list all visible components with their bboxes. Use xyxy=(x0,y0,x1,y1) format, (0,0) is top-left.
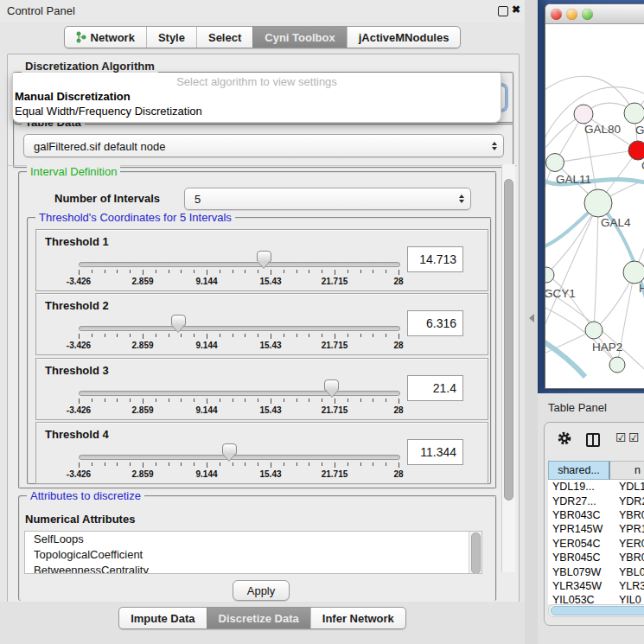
table-rows: YDL19...YDL1 YDR27...YDR2 YBR043CYBR0 YP… xyxy=(548,480,644,604)
control-panel: Control Panel ✖ Network Style Select Cyn… xyxy=(0,0,525,644)
threshold-4-slider-thumb[interactable] xyxy=(222,443,237,455)
panel-scrollbar[interactable] xyxy=(501,164,515,572)
node-hap2[interactable] xyxy=(585,322,603,339)
divider-collapse-icon[interactable] xyxy=(529,314,534,322)
table-row[interactable]: YBR045CYBR0 xyxy=(548,551,644,564)
tab-select[interactable]: Select xyxy=(196,27,252,48)
mac-minimize-icon[interactable] xyxy=(566,9,577,20)
algorithm-dropdown-popup: Select algorithm to view settings Manual… xyxy=(12,73,501,123)
threshold-2-ticks: -3.4262.8599.14415.4321.71528 xyxy=(79,334,399,353)
list-scrollbar-thumb[interactable] xyxy=(471,532,481,574)
network-canvas[interactable]: GAL80 G C GAL11 GAL4 GCY1 H HAP2 xyxy=(545,24,644,387)
table-row[interactable]: YBR043CYBR0 xyxy=(548,508,644,522)
column-header-shared-name[interactable]: shared... xyxy=(548,461,610,480)
interval-definition-title: Interval Definition xyxy=(27,165,120,178)
list-item[interactable]: BetweennessCentrality xyxy=(25,563,481,574)
node-bottom[interactable] xyxy=(609,357,625,373)
table-row[interactable]: YIL053CYIL0 xyxy=(548,593,644,604)
control-panel-tabs: Network Style Select Cyni Toolbox jActiv… xyxy=(0,26,525,48)
tab-cyni-toolbox-label: Cyni Toolbox xyxy=(265,31,335,44)
apply-button[interactable]: Apply xyxy=(233,580,290,601)
threshold-3-value-field[interactable]: 21.4 xyxy=(407,375,463,401)
threshold-3-card: Threshold 3 -3.4262.8599.14415.4321.7152… xyxy=(35,358,488,420)
table-horizontal-scrollbar[interactable] xyxy=(548,604,644,617)
discretization-algorithm-title: Discretization Algorithm xyxy=(22,60,158,73)
threshold-1-slider-thumb[interactable] xyxy=(257,251,271,262)
node-table: shared... n YDL19...YDL1 YDR27...YDR2 YB… xyxy=(548,461,644,604)
node-gal4[interactable] xyxy=(584,189,612,217)
node-gal11[interactable] xyxy=(546,154,564,172)
cyni-bottom-tabs: Impute Data Discretize Data Infer Networ… xyxy=(0,607,525,629)
panel-scrollbar-thumb[interactable] xyxy=(504,179,513,501)
node-gal80[interactable] xyxy=(574,105,593,124)
threshold-2-card: Threshold 2 -3.4262.8599.14415.4321.7152… xyxy=(35,293,488,355)
tab-infer-network[interactable]: Infer Network xyxy=(310,608,405,628)
dropdown-option-manual[interactable]: Manual Discretization xyxy=(15,90,131,103)
label-gal11: GAL11 xyxy=(556,173,591,186)
label-g: G xyxy=(635,124,644,137)
tab-style[interactable]: Style xyxy=(146,27,196,48)
combo-stepper-icon xyxy=(492,142,497,150)
network-view-window[interactable]: GAL80 G C GAL11 GAL4 GCY1 H HAP2 xyxy=(545,3,644,389)
node-h[interactable] xyxy=(623,261,644,284)
tab-jactivemnodules[interactable]: jActiveMNodules xyxy=(347,27,461,48)
combo-stepper-icon xyxy=(459,194,464,203)
table-row[interactable]: YER054CYER0 xyxy=(548,537,644,551)
close-icon[interactable]: ✖ xyxy=(512,3,520,16)
tab-discretize-data[interactable]: Discretize Data xyxy=(207,608,310,628)
label-gal4: GAL4 xyxy=(601,216,631,229)
numerical-attributes-list[interactable]: SelfLoops TopologicalCoefficient Between… xyxy=(24,531,482,574)
split-columns-icon[interactable] xyxy=(586,433,600,447)
list-item[interactable]: SelfLoops xyxy=(25,532,481,547)
list-item[interactable]: TopologicalCoefficient xyxy=(25,547,481,563)
table-row[interactable]: YDL19...YDL1 xyxy=(548,480,644,494)
table-row[interactable]: YDR27...YDR2 xyxy=(548,494,644,507)
label-hap2: HAP2 xyxy=(592,341,622,354)
tab-discretize-data-label: Discretize Data xyxy=(219,612,299,625)
threshold-4-value-field[interactable]: 11.344 xyxy=(407,439,463,465)
node-g[interactable] xyxy=(624,103,644,124)
table-row[interactable]: YLR345WYLR3 xyxy=(548,579,644,593)
checkbox-icon[interactable]: ☑ xyxy=(628,430,640,444)
threshold-3-slider-thumb[interactable] xyxy=(324,379,339,391)
gear-icon[interactable] xyxy=(557,430,572,446)
threshold-1-ticks: -3.4262.8599.14415.4321.71528 xyxy=(79,270,399,289)
network-desktop: GAL80 G C GAL11 GAL4 GCY1 H HAP2 xyxy=(538,0,644,393)
mac-close-icon[interactable] xyxy=(551,9,562,20)
threshold-2-slider-thumb[interactable] xyxy=(171,315,186,326)
column-header-name[interactable]: n xyxy=(610,461,644,480)
numerical-attributes-label: Numerical Attributes xyxy=(25,513,135,526)
table-hscrollbar-thumb[interactable] xyxy=(551,606,644,615)
list-scrollbar[interactable] xyxy=(469,532,481,573)
number-of-intervals-value: 5 xyxy=(194,193,201,206)
threshold-1-label: Threshold 1 xyxy=(45,235,109,248)
dropdown-prompt: Select algorithm to view settings xyxy=(13,75,501,88)
threshold-1-value-field[interactable]: 14.713 xyxy=(407,246,463,272)
dropdown-option-equal-width[interactable]: Equal Width/Frequency Discretization xyxy=(15,105,202,118)
table-row[interactable]: YBL079WYBL0 xyxy=(548,564,644,578)
threshold-4-card: Threshold 4 -3.4262.8599.14415.4321.7152… xyxy=(35,422,488,484)
node-selected-red[interactable] xyxy=(628,141,644,160)
tab-cyni-toolbox[interactable]: Cyni Toolbox xyxy=(252,27,346,48)
tab-impute-data[interactable]: Impute Data xyxy=(119,608,206,628)
threshold-4-label: Threshold 4 xyxy=(45,428,109,441)
tab-network-label: Network xyxy=(91,31,135,44)
threshold-1-card: Threshold 1 -3.4262.8599.14415.4321.7152… xyxy=(35,229,488,291)
checkbox-icon[interactable]: ☑ xyxy=(615,430,627,444)
table-data-combo[interactable]: galFiltered.sif default node xyxy=(23,134,504,157)
table-row[interactable]: YPR145WYPR1 xyxy=(548,522,644,536)
mac-zoom-icon[interactable] xyxy=(582,9,593,20)
float-window-icon[interactable] xyxy=(498,6,508,16)
label-h: H xyxy=(639,282,644,295)
tab-network[interactable]: Network xyxy=(65,27,146,48)
table-data-selected: galFiltered.sif default node xyxy=(34,139,165,152)
table-panel-toolbar: ☑ ☑ xyxy=(545,423,644,457)
number-of-intervals-combo[interactable]: 5 xyxy=(184,188,471,210)
node-gcy1[interactable] xyxy=(545,267,554,283)
label-gcy1: GCY1 xyxy=(545,287,576,300)
threshold-4-ticks: -3.4262.8599.14415.4321.71528 xyxy=(79,462,399,481)
threshold-2-value-field[interactable]: 6.316 xyxy=(407,310,463,336)
network-window-titlebar[interactable] xyxy=(545,4,644,24)
table-panel-window: ☑ ☑ shared... n YDL19...YDL1 YDR27...YDR… xyxy=(544,422,644,626)
tab-infer-network-label: Infer Network xyxy=(322,612,394,625)
